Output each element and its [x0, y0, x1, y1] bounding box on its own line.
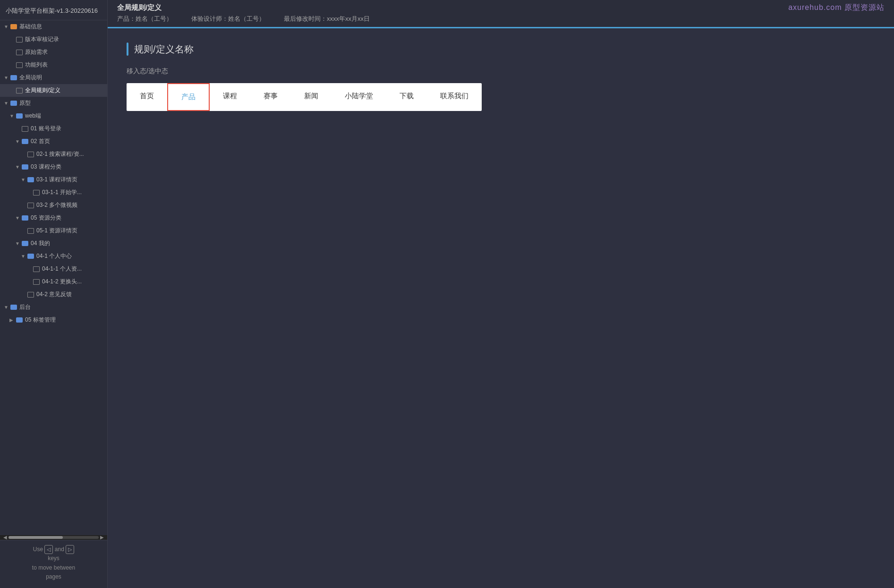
folder-icon [10, 305, 17, 310]
nav-home[interactable]: 首页 [127, 83, 167, 111]
section-label: 移入态/选中态 [127, 67, 875, 76]
sidebar-item-04-wode[interactable]: ▼ 04 我的 [0, 237, 107, 250]
folder-icon [10, 101, 17, 106]
expand-arrow: ▼ [15, 164, 22, 170]
sidebar-item-04-1-1-geren-zi[interactable]: 04-1-1 个人资... [0, 263, 107, 275]
nav-download[interactable]: 下载 [386, 83, 427, 111]
footer-hint: Use [33, 546, 43, 553]
sidebar-item-ji-chu-xinxi[interactable]: ▼ 基础信息 [0, 20, 107, 33]
sidebar: 小陆学堂平台框架-v1.3-20220616 ▼ 基础信息 版本审核记录 原始需… [0, 0, 108, 588]
tree-item-label: 版本审核记录 [25, 35, 103, 43]
sidebar-item-houtai[interactable]: ▼ 后台 [0, 301, 107, 314]
tree-item-label: web端 [25, 112, 103, 120]
page-icon [16, 37, 23, 43]
sidebar-scrollbar[interactable]: ◀ ▶ [0, 535, 107, 540]
footer-keys-label: keys [48, 555, 60, 562]
nav-course[interactable]: 课程 [210, 83, 250, 111]
sidebar-item-03-2-duoge-weishipin[interactable]: 03-2 多个微视频 [0, 199, 107, 212]
watermark: axurehub.com 原型资源站 [788, 3, 885, 13]
sidebar-item-03-kecheng-fenlei[interactable]: ▼ 03 课程分类 [0, 161, 107, 173]
folder-icon [10, 75, 17, 80]
modified-label: 最后修改时间：xxxx年xx月xx日 [284, 15, 370, 23]
folder-icon [27, 254, 34, 259]
sidebar-item-quanju-shuoming[interactable]: ▼ 全局说明 [0, 71, 107, 84]
expand-arrow: ▼ [15, 139, 22, 144]
sidebar-tree: ▼ 基础信息 版本审核记录 原始需求 功能列表▼ 全局说明 全局规则/定义▼ 原… [0, 20, 107, 535]
sidebar-item-web-duan[interactable]: ▼ web端 [0, 110, 107, 122]
tree-item-label: 基础信息 [19, 23, 103, 31]
nav-product[interactable]: 产品 [167, 83, 210, 111]
expand-arrow: ▼ [21, 177, 27, 182]
main-header: 全局规则/定义 axurehub.com 原型资源站 产品：姓名（工号） 体验设… [108, 0, 894, 28]
expand-arrow: ▼ [4, 305, 10, 310]
sidebar-item-02-shouye[interactable]: ▼ 02 首页 [0, 135, 107, 148]
folder-icon [22, 164, 28, 170]
sidebar-item-banben-shenhe[interactable]: 版本审核记录 [0, 33, 107, 46]
tree-item-label: 全局规则/定义 [25, 86, 103, 94]
sidebar-item-01-zhanghu-denglu[interactable]: 01 账号登录 [0, 122, 107, 135]
title-accent-bar [127, 43, 128, 56]
expand-arrow: ▼ [15, 241, 22, 246]
page-title: 规则/定义名称 [134, 43, 194, 56]
tree-item-label: 05 标签管理 [25, 316, 103, 324]
main-body: 规则/定义名称 移入态/选中态 首页产品课程赛事新闻小陆学堂下载联系我们 [108, 28, 894, 588]
tree-item-label: 04-2 意见反馈 [36, 290, 103, 298]
designer-label: 体验设计师：姓名（工号） [191, 15, 265, 23]
expand-arrow: ▶ [9, 317, 16, 323]
expand-arrow: ▼ [9, 113, 16, 119]
tree-item-label: 功能列表 [25, 61, 103, 69]
page-icon [33, 279, 40, 285]
folder-icon [16, 317, 23, 323]
folder-icon [22, 241, 28, 246]
page-icon [33, 190, 40, 196]
nav-contact[interactable]: 联系我们 [427, 83, 482, 111]
footer-pages: pages [46, 573, 61, 580]
sidebar-item-03-1-1-kaishi-xue[interactable]: 03-1-1 开始学... [0, 186, 107, 199]
page-icon [16, 62, 23, 68]
page-icon [16, 50, 23, 55]
tree-item-label: 02-1 搜索课程/资... [36, 150, 103, 158]
sidebar-title: 小陆学堂平台框架-v1.3-20220616 [0, 0, 107, 20]
sidebar-item-04-1-2-genghuan-tou[interactable]: 04-1-2 更换头... [0, 275, 107, 288]
sidebar-item-yuanxing[interactable]: ▼ 原型 [0, 97, 107, 110]
header-meta: 产品：姓名（工号） 体验设计师：姓名（工号） 最后修改时间：xxxx年xx月xx… [117, 15, 885, 23]
sidebar-item-05-ziyuan-fenlei[interactable]: ▼ 05 资源分类 [0, 212, 107, 224]
page-icon [27, 228, 34, 234]
key-right: ▷ [66, 545, 74, 554]
scrollbar-thumb[interactable] [9, 536, 63, 539]
sidebar-footer: Use ◁ and ▷ keys to move between pages [0, 540, 107, 588]
product-label: 产品：姓名（工号） [117, 15, 172, 23]
sidebar-item-gongneng-liebiao[interactable]: 功能列表 [0, 59, 107, 71]
tree-item-label: 04-1-2 更换头... [42, 278, 103, 286]
sidebar-item-02-1-sousuo[interactable]: 02-1 搜索课程/资... [0, 148, 107, 161]
breadcrumb: 全局规则/定义 [117, 3, 162, 12]
main-area: 全局规则/定义 axurehub.com 原型资源站 产品：姓名（工号） 体验设… [108, 0, 894, 588]
tree-item-label: 04-1 个人中心 [36, 252, 103, 260]
sidebar-item-yuanshi-xuqiu[interactable]: 原始需求 [0, 46, 107, 59]
key-left: ◁ [44, 545, 53, 554]
folder-icon [27, 177, 34, 182]
page-icon [16, 88, 23, 94]
scrollbar-track[interactable] [9, 536, 99, 539]
sidebar-item-03-1-kecheng-xiangqing[interactable]: ▼ 03-1 课程详情页 [0, 173, 107, 186]
folder-icon [22, 139, 28, 144]
sidebar-item-05-1-ziyuan-xiangqing[interactable]: 05-1 资源详情页 [0, 224, 107, 237]
sidebar-item-quanju-guize[interactable]: 全局规则/定义 [0, 84, 107, 97]
footer-and: and [55, 546, 64, 553]
footer-to-move: to move between [32, 564, 75, 571]
page-icon [22, 126, 28, 132]
nav-competition[interactable]: 赛事 [250, 83, 291, 111]
tree-item-label: 02 首页 [31, 137, 103, 145]
sidebar-item-04-1-geren-zhongxin[interactable]: ▼ 04-1 个人中心 [0, 250, 107, 263]
nav-news[interactable]: 新闻 [291, 83, 332, 111]
tree-item-label: 原型 [19, 99, 103, 107]
page-title-section: 规则/定义名称 [127, 43, 875, 56]
nav-xiaolu[interactable]: 小陆学堂 [332, 83, 386, 111]
expand-arrow: ▼ [4, 75, 10, 80]
sidebar-item-04-2-yijian-fankui[interactable]: 04-2 意见反馈 [0, 288, 107, 301]
header-top: 全局规则/定义 axurehub.com 原型资源站 [117, 3, 885, 13]
expand-arrow: ▼ [4, 24, 10, 29]
tree-item-label: 04 我的 [31, 239, 103, 247]
expand-arrow: ▼ [15, 215, 22, 221]
sidebar-item-05-biaoqian-guanli[interactable]: ▶ 05 标签管理 [0, 314, 107, 326]
